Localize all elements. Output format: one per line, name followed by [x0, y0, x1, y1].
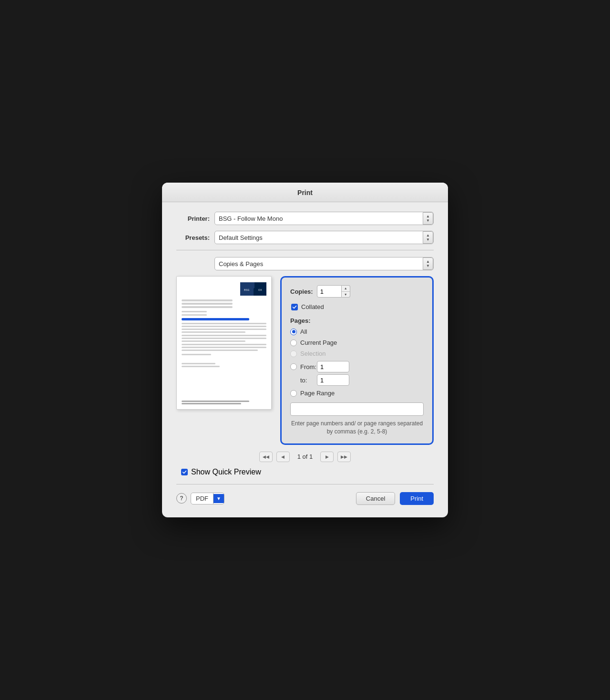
presets-stepper[interactable]: ▲ ▼ — [423, 231, 433, 244]
page-range-hint: Enter page numbers and/ or page ranges s… — [290, 420, 424, 436]
to-input[interactable] — [317, 374, 349, 386]
preview-para-2 — [182, 335, 266, 342]
pdf-dropdown-arrow[interactable]: ▼ — [214, 494, 224, 503]
dialog-title: Print — [297, 189, 313, 196]
pages-current-radio[interactable] — [290, 340, 297, 346]
copies-input[interactable] — [317, 285, 342, 298]
print-dialog: Print Printer: BSG - Follow Me Mono ▲ ▼ … — [162, 183, 448, 517]
nav-row: ◀◀ ◀ 1 of 1 ▶ ▶▶ — [176, 452, 434, 462]
copies-stepper: ▲ ▼ — [342, 285, 350, 298]
nav-last-icon: ▶▶ — [341, 454, 347, 459]
section-stepper[interactable]: ▲ ▼ — [423, 257, 433, 270]
printer-select[interactable]: BSG - Follow Me Mono — [214, 212, 434, 225]
options-panel: Copies: ▲ ▼ Collated — [280, 276, 434, 445]
preview-panel: BSG OX — [176, 276, 272, 445]
copies-decrement[interactable]: ▼ — [342, 292, 350, 298]
printer-row: Printer: BSG - Follow Me Mono ▲ ▼ — [176, 212, 434, 225]
preview-position — [182, 366, 220, 367]
section-select[interactable]: Copies & Pages — [214, 257, 434, 270]
page-preview: BSG OX — [176, 276, 272, 410]
show-preview-label: Show Quick Preview — [191, 468, 261, 476]
pages-all-option[interactable]: All — [290, 328, 424, 335]
separator-1 — [176, 250, 434, 250]
preview-line — [182, 338, 266, 339]
cancel-button[interactable]: Cancel — [356, 492, 395, 505]
collated-row[interactable]: Collated — [291, 303, 424, 310]
title-bar: Print — [162, 183, 448, 202]
dialog-body: Printer: BSG - Follow Me Mono ▲ ▼ Preset… — [162, 202, 448, 517]
preview-line — [182, 323, 266, 324]
help-icon: ? — [180, 495, 183, 502]
presets-select-wrapper: Default Settings ▲ ▼ — [214, 231, 434, 244]
pages-selection-label: Selection — [300, 350, 325, 357]
from-input[interactable] — [317, 361, 349, 372]
help-button[interactable]: ? — [176, 493, 187, 504]
to-row: to: — [300, 374, 424, 386]
nav-first-button[interactable]: ◀◀ — [259, 452, 273, 462]
nav-prev-button[interactable]: ◀ — [276, 452, 290, 462]
preview-logo: BSG OX — [240, 282, 266, 296]
preview-heading — [182, 318, 249, 320]
show-preview-row[interactable]: Show Quick Preview — [176, 468, 434, 476]
page-count: 1 of 1 — [297, 453, 313, 460]
preview-footer-line-2 — [182, 403, 241, 404]
svg-text:BSG: BSG — [244, 288, 249, 291]
print-button[interactable]: Print — [400, 492, 434, 505]
preview-line — [182, 303, 233, 305]
from-to-section: From: to: — [290, 361, 424, 386]
to-label: to: — [300, 377, 317, 384]
show-preview-checkbox[interactable] — [181, 469, 188, 475]
pages-current-option[interactable]: Current Page — [290, 339, 424, 346]
copies-increment[interactable]: ▲ — [342, 286, 350, 292]
page-range-radio[interactable] — [290, 390, 297, 397]
copies-input-wrapper: ▲ ▼ — [317, 285, 350, 298]
page-range-input[interactable] — [290, 402, 424, 416]
from-label: From: — [300, 363, 317, 371]
printer-stepper[interactable]: ▲ ▼ — [423, 212, 433, 225]
pages-all-radio[interactable] — [290, 329, 297, 335]
left-buttons: ? PDF ▼ — [176, 493, 224, 504]
preview-line — [182, 331, 245, 333]
preview-footer-line — [182, 401, 249, 402]
nav-next-icon: ▶ — [325, 454, 329, 459]
pages-selection-option: Selection — [290, 350, 424, 357]
preview-name — [182, 363, 215, 364]
page-range-option[interactable]: Page Range — [290, 390, 424, 397]
page-range-label: Page Range — [300, 390, 335, 397]
preview-line — [182, 335, 266, 336]
pdf-button[interactable]: PDF ▼ — [191, 493, 224, 504]
preview-dear-line — [182, 314, 207, 316]
nav-last-button[interactable]: ▶▶ — [337, 452, 351, 462]
preview-line — [182, 306, 233, 308]
presets-label: Presets: — [176, 234, 210, 241]
from-radio-row: From: — [290, 361, 424, 372]
pages-from-radio[interactable] — [290, 363, 297, 370]
preview-footer — [182, 401, 266, 405]
section-row: Copies & Pages ▲ ▼ — [176, 257, 434, 270]
main-content: BSG OX — [176, 276, 434, 445]
nav-prev-icon: ◀ — [281, 454, 285, 459]
preview-line — [182, 347, 266, 348]
collated-checkbox[interactable] — [291, 304, 298, 310]
preview-line — [182, 350, 258, 351]
nav-next-button[interactable]: ▶ — [320, 452, 334, 462]
collated-label: Collated — [301, 303, 324, 310]
preview-line — [182, 299, 233, 301]
right-buttons: Cancel Print — [356, 492, 434, 505]
preview-para-3 — [182, 344, 266, 351]
presets-select[interactable]: Default Settings — [214, 231, 434, 244]
button-row: ? PDF ▼ Cancel Print — [176, 492, 434, 508]
section-select-wrapper: Copies & Pages ▲ ▼ — [214, 257, 434, 270]
printer-select-wrapper: BSG - Follow Me Mono ▲ ▼ — [214, 212, 434, 225]
svg-text:OX: OX — [258, 288, 262, 291]
preview-date-line — [182, 311, 207, 312]
preview-para-1 — [182, 323, 266, 333]
preview-line — [182, 326, 266, 327]
pdf-label: PDF — [191, 493, 214, 504]
pages-current-label: Current Page — [300, 339, 337, 346]
printer-label: Printer: — [176, 215, 210, 222]
preview-line — [182, 344, 266, 345]
copies-row: Copies: ▲ ▼ — [290, 285, 424, 298]
pages-all-label: All — [300, 328, 307, 335]
pages-label: Pages: — [290, 317, 424, 324]
